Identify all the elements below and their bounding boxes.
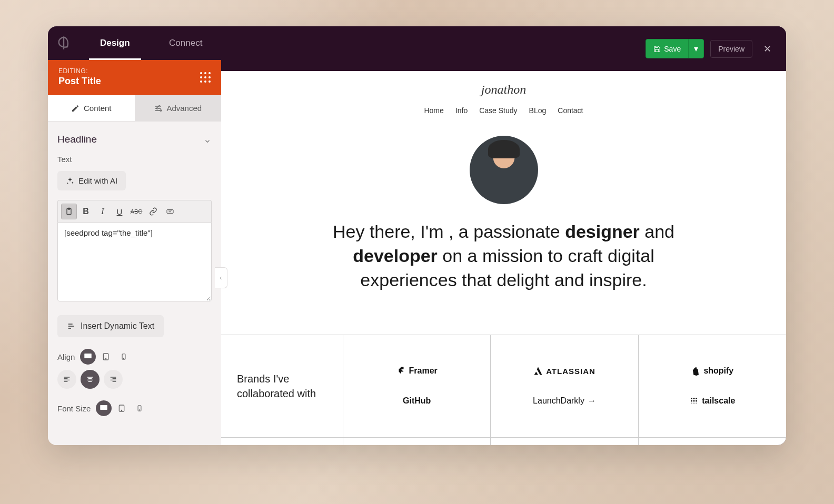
fontsize-label: Font Size — [57, 404, 91, 413]
site-name: jonathon — [221, 83, 786, 97]
brand-launchdarkly: LaunchDarkly → — [533, 396, 596, 406]
list-icon — [67, 322, 75, 330]
svg-point-8 — [106, 358, 106, 359]
svg-point-15 — [140, 410, 140, 410]
svg-point-10 — [124, 358, 124, 359]
chevron-left-icon: ‹ — [220, 274, 222, 281]
logo[interactable] — [48, 26, 80, 60]
preview-topbar: Save ▾ Preview ✕ — [221, 26, 786, 71]
align-center-button[interactable] — [81, 370, 100, 389]
save-dropdown-button[interactable]: ▾ — [688, 39, 703, 58]
svg-point-2 — [160, 109, 162, 111]
svg-point-16 — [691, 398, 692, 399]
nav-case-study[interactable]: Case Study — [479, 106, 517, 115]
device-mobile-button[interactable] — [116, 349, 132, 365]
toolbar-italic-button[interactable]: I — [95, 204, 111, 219]
drag-handle-icon[interactable] — [200, 72, 211, 83]
chevron-down-icon: ⌄ — [203, 133, 212, 145]
svg-point-1 — [157, 107, 158, 109]
nav-contact[interactable]: Contact — [558, 106, 583, 115]
atlassian-icon — [533, 366, 543, 376]
shopify-icon — [691, 366, 700, 376]
text-label: Text — [57, 155, 212, 164]
hero-headline[interactable]: Hey there, I'm , a passionate designer a… — [325, 220, 683, 293]
brand-tailscale: tailscale — [689, 396, 735, 406]
editing-bar: EDITING: Post Title — [48, 60, 221, 95]
section-headline[interactable]: Headline ⌄ — [57, 133, 212, 145]
brands-label: Brands I've collaborated with — [221, 335, 343, 437]
svg-point-23 — [693, 402, 695, 404]
caret-down-icon: ▾ — [694, 44, 698, 53]
brand-atlassian: ATLASSIAN — [533, 366, 595, 376]
svg-rect-5 — [167, 210, 173, 214]
clipboard-icon — [65, 207, 73, 216]
align-left-icon — [63, 375, 71, 384]
brand-github: GitHub — [403, 396, 431, 406]
align-label: Align — [57, 352, 75, 361]
nav-info[interactable]: Info — [455, 106, 468, 115]
subtab-content[interactable]: Content — [48, 95, 135, 122]
mobile-icon — [120, 353, 127, 360]
desktop-icon — [83, 352, 93, 361]
fontsize-tablet-button[interactable] — [114, 400, 130, 416]
svg-rect-6 — [85, 354, 92, 358]
pencil-icon — [71, 104, 80, 113]
sliders-icon — [154, 104, 162, 113]
collapse-sidebar-button[interactable]: ‹ — [215, 267, 227, 288]
site-nav: Home Info Case Study BLog Contact — [221, 102, 786, 130]
leaf-icon — [56, 36, 71, 51]
toolbar-paste-button[interactable] — [61, 204, 77, 219]
insert-dynamic-text-button[interactable]: Insert Dynamic Text — [57, 315, 164, 337]
brand-shopify: shopify — [691, 366, 733, 376]
svg-point-19 — [691, 400, 692, 402]
nav-blog[interactable]: BLog — [529, 106, 547, 115]
save-icon — [653, 45, 661, 53]
brands-section: Brands I've collaborated with Framer Git… — [221, 335, 786, 437]
svg-rect-11 — [101, 405, 108, 410]
align-left-button[interactable] — [57, 370, 76, 389]
svg-point-17 — [693, 398, 695, 399]
svg-point-21 — [696, 400, 697, 402]
edit-with-ai-button[interactable]: Edit with AI — [57, 171, 126, 190]
align-right-icon — [109, 375, 117, 384]
device-desktop-button[interactable] — [80, 349, 96, 365]
panel-body: Headline ⌄ Text Edit with AI B I U ABC — [48, 122, 221, 445]
close-icon: ✕ — [763, 43, 771, 55]
text-toolbar: B I U ABC — [57, 200, 212, 223]
link-icon — [149, 207, 157, 216]
svg-point-22 — [691, 402, 692, 404]
brand-framer: Framer — [396, 366, 438, 376]
nav-home[interactable]: Home — [424, 106, 443, 115]
toolbar-strikethrough-button[interactable]: ABC — [128, 204, 144, 219]
tablet-icon — [117, 404, 126, 412]
toolbar-link-button[interactable] — [145, 204, 161, 219]
content-textarea[interactable] — [57, 223, 212, 301]
close-button[interactable]: ✕ — [759, 41, 776, 57]
preview-button[interactable]: Preview — [710, 40, 752, 58]
app-frame: Design Connect EDITING: Post Title Conte… — [48, 26, 786, 445]
keyboard-icon — [166, 207, 174, 216]
save-button[interactable]: Save — [646, 41, 688, 57]
toolbar-keyboard-button[interactable] — [162, 204, 178, 219]
svg-point-0 — [159, 105, 161, 107]
editing-label: EDITING: — [58, 67, 101, 75]
align-right-button[interactable] — [104, 370, 123, 389]
sidebar-header: Design Connect — [48, 26, 221, 60]
tab-design[interactable]: Design — [80, 26, 151, 60]
toolbar-underline-button[interactable]: U — [112, 204, 127, 219]
svg-point-20 — [693, 400, 695, 402]
tailscale-icon — [689, 396, 699, 406]
sparkle-icon — [66, 177, 74, 185]
toolbar-bold-button[interactable]: B — [78, 204, 94, 219]
desktop-icon — [99, 404, 108, 413]
sidebar: Design Connect EDITING: Post Title Conte… — [48, 26, 221, 445]
fontsize-desktop-button[interactable] — [96, 400, 112, 416]
editing-title: Post Title — [58, 76, 101, 87]
fontsize-mobile-button[interactable] — [132, 400, 147, 416]
subtab-advanced[interactable]: Advanced — [135, 95, 222, 122]
avatar — [470, 136, 538, 204]
tab-connect[interactable]: Connect — [151, 26, 222, 60]
tablet-icon — [102, 352, 110, 361]
device-tablet-button[interactable] — [98, 349, 114, 365]
svg-point-13 — [122, 410, 122, 410]
